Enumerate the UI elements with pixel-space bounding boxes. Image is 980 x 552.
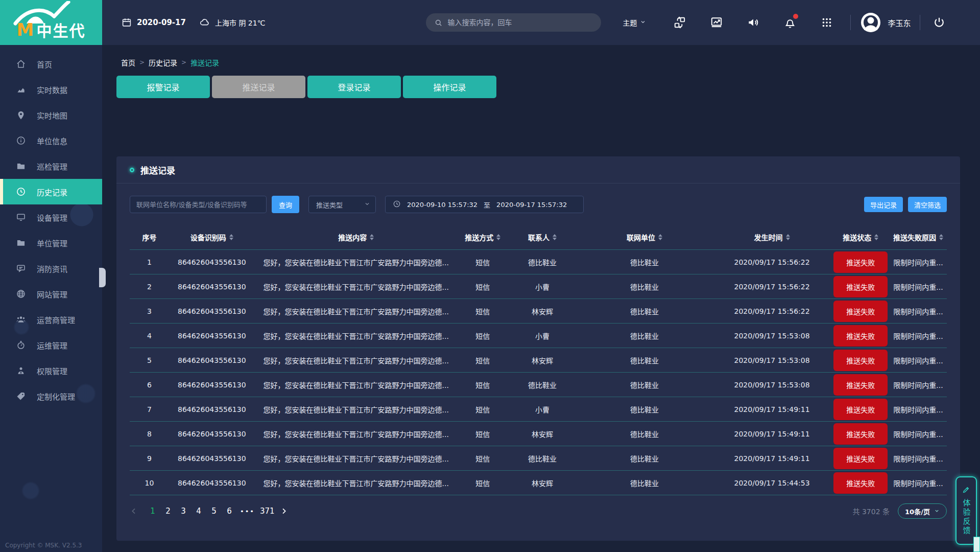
sidebar-item-map-pin[interactable]: 实时地图 — [0, 102, 102, 128]
scroll-indicator[interactable] — [973, 537, 980, 552]
status-badge: 推送失败 — [833, 472, 888, 494]
tab-登录记录[interactable]: 登录记录 — [307, 76, 401, 98]
sidebar-item-label: 运维管理 — [37, 340, 67, 351]
cell-contact: 林安辉 — [508, 478, 577, 488]
cell-time: 2020/09/17 15:56:22 — [712, 283, 832, 291]
user-menu[interactable]: 李玉东 — [860, 12, 911, 33]
apps-grid-icon[interactable] — [808, 16, 845, 29]
table-row[interactable]: 5864626043556130您好，您安装在德比鞋业下晋江市广安路野力中国旁边… — [130, 348, 947, 373]
cell-method: 短信 — [458, 331, 508, 341]
org-switch-icon[interactable] — [661, 16, 698, 29]
sort-icon[interactable] — [496, 234, 500, 240]
breadcrumb-item[interactable]: 推送记录 — [190, 57, 219, 67]
table-row[interactable]: 2864626043556130您好，您安装在德比鞋业下晋江市广安路野力中国旁边… — [130, 274, 947, 299]
speaker-icon[interactable] — [735, 16, 772, 29]
cell-reason: 限制时间内重... — [890, 257, 947, 267]
sort-icon[interactable] — [553, 234, 557, 240]
cell-status: 推送失败 — [831, 448, 890, 469]
page-number-2[interactable]: 2 — [160, 507, 176, 516]
clear-filters-button[interactable]: 清空筛选 — [908, 197, 947, 212]
tab-推送记录[interactable]: 推送记录 — [212, 76, 305, 98]
table-row[interactable]: 8864626043556130您好，您安装在德比鞋业下晋江市广安路野力中国旁边… — [130, 422, 947, 446]
page-number-371[interactable]: 371 — [258, 507, 277, 516]
cell-status: 推送失败 — [831, 276, 890, 297]
sidebar-item-globe[interactable]: 网站管理 — [0, 281, 102, 307]
tab-操作记录[interactable]: 操作记录 — [403, 76, 496, 98]
page-number-4[interactable]: 4 — [191, 507, 206, 516]
cell-contact: 林安辉 — [508, 306, 577, 316]
cell-device_id: 864626043556130 — [169, 258, 255, 266]
cell-content: 您好，您安装在德比鞋业下晋江市广安路野力中国旁边德... — [255, 257, 458, 267]
query-button[interactable]: 查询 — [272, 196, 299, 213]
page-number-5[interactable]: 5 — [206, 507, 222, 516]
sidebar-item-label: 实时数据 — [37, 84, 67, 95]
sidebar-item-realtime-data[interactable]: 实时数据 — [0, 77, 102, 102]
notification-badge — [793, 14, 798, 19]
sort-icon[interactable] — [786, 234, 790, 240]
table-row[interactable]: 4864626043556130您好，您安装在德比鞋业下晋江市广安路野力中国旁边… — [130, 324, 947, 348]
app-logo[interactable]: M 中生代 — [0, 0, 102, 45]
table-row[interactable]: 10864626043556130您好，您安装在德比鞋业下晋江市广安路野力中国旁… — [130, 471, 947, 495]
page-ellipsis[interactable]: ••• — [237, 508, 258, 515]
prev-page-icon[interactable] — [130, 507, 138, 515]
cell-time: 2020/09/17 15:49:11 — [712, 430, 832, 438]
push-records-card: 推送记录 查询 推送类型 2020-09-10 15:57:32 至 — [116, 156, 960, 541]
table-row[interactable]: 7864626043556130您好，您安装在德比鞋业下晋江市广安路野力中国旁边… — [130, 397, 947, 422]
sidebar-item-folder[interactable]: 巡检管理 — [0, 153, 102, 179]
next-page-icon[interactable] — [280, 507, 288, 515]
cell-content: 您好，您安装在德比鞋业下晋江市广安路野力中国旁边德... — [255, 453, 458, 464]
sidebar-item-user-auth[interactable]: 权限管理 — [0, 358, 102, 383]
breadcrumb-item[interactable]: 首页 — [121, 57, 135, 67]
page-number-3[interactable]: 3 — [176, 507, 191, 516]
cell-contact: 小曹 — [508, 331, 577, 341]
page-size-select[interactable]: 10条/页 — [898, 503, 947, 519]
sidebar-item-message[interactable]: 消防资讯 — [0, 256, 102, 281]
cell-reason: 限制时间内重... — [890, 429, 947, 439]
push-type-select[interactable]: 推送类型 — [308, 196, 376, 213]
sidebar-collapse-handle[interactable] — [99, 268, 106, 287]
power-icon[interactable] — [925, 16, 953, 29]
sidebar-item-clock[interactable]: 历史记录 — [0, 179, 102, 204]
cell-seq: 9 — [130, 454, 169, 463]
cell-device_id: 864626043556130 — [169, 405, 255, 413]
date-start: 2020-09-10 15:57:32 — [407, 201, 477, 209]
breadcrumb-item[interactable]: 历史记录 — [149, 57, 177, 67]
search-input[interactable] — [447, 18, 593, 27]
sort-icon[interactable] — [874, 234, 878, 240]
sidebar-item-info[interactable]: 单位信息 — [0, 128, 102, 153]
date-range-picker[interactable]: 2020-09-10 15:57:32 至 2020-09-17 15:57:3… — [385, 196, 584, 213]
export-records-button[interactable]: 导出记录 — [864, 197, 903, 212]
globe-icon — [15, 288, 27, 300]
sidebar-item-folder[interactable]: 单位管理 — [0, 230, 102, 256]
sidebar-item-tag[interactable]: 定制化管理 — [0, 383, 102, 409]
column-header-status: 推送状态 — [831, 232, 890, 242]
status-badge: 推送失败 — [833, 350, 888, 371]
cell-method: 短信 — [458, 306, 508, 316]
table-row[interactable]: 1864626043556130您好，您安装在德比鞋业下晋江市广安路野力中国旁边… — [130, 250, 947, 274]
cell-unit: 德比鞋业 — [577, 331, 712, 341]
sidebar-item-monitor[interactable]: 设备管理 — [0, 204, 102, 230]
sort-icon[interactable] — [370, 234, 374, 240]
section-dot-icon — [130, 168, 134, 172]
cell-content: 您好，您安装在德比鞋业下晋江市广安路野力中国旁边德... — [255, 355, 458, 365]
sidebar-item-home[interactable]: 首页 — [0, 51, 102, 77]
table-row[interactable]: 3864626043556130您好，您安装在德比鞋业下晋江市广安路野力中国旁边… — [130, 299, 947, 324]
page-number-1[interactable]: 1 — [145, 507, 160, 516]
sidebar-item-users[interactable]: 运营商管理 — [0, 307, 102, 332]
dashboard-chart-icon[interactable] — [698, 16, 735, 29]
feedback-button[interactable]: 体验反馈 — [955, 476, 977, 545]
record-tabs: 报警记录推送记录登录记录操作记录 — [116, 76, 980, 98]
notification-bell-icon[interactable] — [772, 16, 808, 29]
theme-dropdown[interactable]: 主题 — [623, 17, 646, 28]
cell-unit: 德比鞋业 — [577, 306, 712, 316]
filter-search-input[interactable] — [130, 196, 267, 213]
sort-icon[interactable] — [939, 234, 943, 240]
table-row[interactable]: 9864626043556130您好，您安装在德比鞋业下晋江市广安路野力中国旁边… — [130, 446, 947, 471]
page-number-6[interactable]: 6 — [222, 507, 237, 516]
tab-报警记录[interactable]: 报警记录 — [116, 76, 210, 98]
cell-method: 短信 — [458, 380, 508, 390]
sort-icon[interactable] — [658, 234, 662, 240]
sort-icon[interactable] — [229, 234, 233, 240]
sidebar-item-timer[interactable]: 运维管理 — [0, 332, 102, 358]
table-row[interactable]: 6864626043556130您好，您安装在德比鞋业下晋江市广安路野力中国旁边… — [130, 373, 947, 397]
